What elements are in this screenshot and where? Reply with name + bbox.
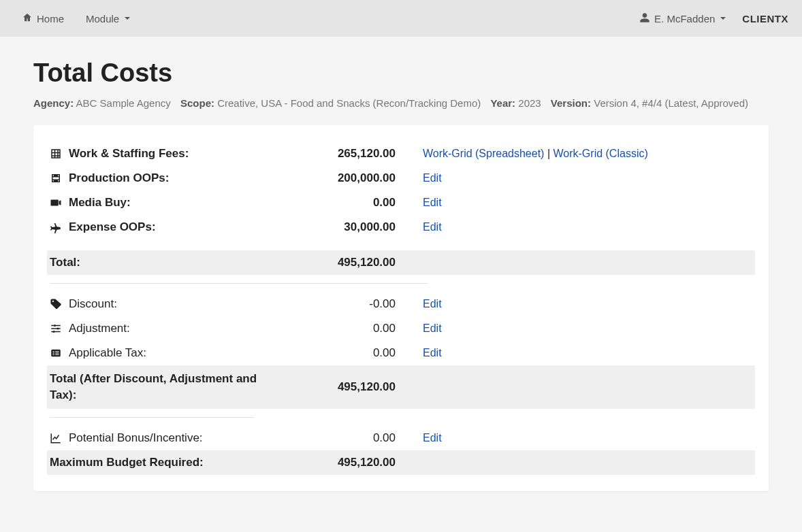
media-buy-value: 0.00 [287,196,423,210]
nav-user-label: E. McFadden [654,13,715,24]
row-adjustment: Adjustment: 0.00 Edit [50,316,752,341]
row-production-oops: Production OOPs: 200,000.00 Edit [50,166,752,190]
adjustment-edit-link[interactable]: Edit [423,322,442,334]
work-staffing-value: 265,120.00 [287,147,423,161]
main-container: Total Costs Agency: ABC Sample Agency Sc… [20,37,782,513]
media-buy-label: Media Buy: [69,196,287,210]
row-expense-oops: Expense OOPs: 30,000.00 Edit [50,215,752,239]
meta-scope-value: Creative, USA - Food and Snacks (Recon/T… [217,97,481,109]
total-after-value: 495,120.00 [287,380,423,394]
user-icon [639,12,650,25]
applicable-tax-value: 0.00 [287,346,423,360]
tag-icon [50,298,69,310]
plane-icon [50,221,69,233]
total-value: 495,120.00 [287,256,423,269]
chevron-down-icon [720,17,726,20]
meta-year-value: 2023 [518,97,541,109]
chevron-down-icon [125,17,130,20]
list-icon [50,347,69,359]
meta-agency-label: Agency: [33,97,74,109]
separator: | [547,148,554,159]
row-applicable-tax: Applicable Tax: 0.00 Edit [50,341,752,365]
meta-agency-value: ABC Sample Agency [76,97,171,109]
potential-bonus-label: Potential Bonus/Incentive: [69,431,287,445]
media-buy-edit-link[interactable]: Edit [423,197,442,208]
meta-year-label: Year: [490,97,515,109]
potential-bonus-edit-link[interactable]: Edit [423,432,442,444]
production-oops-value: 200,000.00 [287,171,423,185]
costs-card: Work & Staffing Fees: 265,120.00 Work-Gr… [33,125,769,491]
row-max-budget: Maximum Budget Required: 495,120.00 [47,450,755,475]
divider [50,417,254,418]
discount-label: Discount: [69,297,287,311]
adjustment-label: Adjustment: [69,322,287,335]
potential-bonus-value: 0.00 [287,431,423,445]
max-budget-label: Maximum Budget Required: [50,456,287,469]
discount-edit-link[interactable]: Edit [423,298,442,310]
nav-home[interactable]: Home [14,7,72,31]
nav-module[interactable]: Module [78,7,138,30]
svg-point-2 [53,331,55,333]
grid-icon [50,148,69,160]
svg-point-1 [57,328,59,330]
work-grid-classic-link[interactable]: Work-Grid (Classic) [554,148,648,159]
nav-home-label: Home [37,13,64,24]
meta-version-label: Version: [551,97,591,109]
row-total: Total: 495,120.00 [47,250,755,275]
work-staffing-label: Work & Staffing Fees: [69,147,287,161]
work-staffing-actions: Work-Grid (Spreadsheet) | Work-Grid (Cla… [423,148,752,160]
meta-line: Agency: ABC Sample Agency Scope: Creativ… [33,97,769,109]
total-label: Total: [50,256,287,269]
discount-value: -0.00 [287,297,423,311]
page-title: Total Costs [33,59,769,88]
row-discount: Discount: -0.00 Edit [50,292,752,316]
home-icon [22,12,33,25]
divider [50,283,428,284]
chart-line-icon [50,432,69,444]
nav-module-label: Module [86,13,119,24]
svg-point-0 [54,325,56,327]
expense-oops-label: Expense OOPs: [69,220,287,234]
total-after-label: Total (After Discount, Adjustment and Ta… [50,371,287,403]
applicable-tax-edit-link[interactable]: Edit [423,347,442,359]
nav-user[interactable]: E. McFadden [639,12,726,25]
expense-oops-value: 30,000.00 [287,220,423,234]
row-media-buy: Media Buy: 0.00 Edit [50,190,752,215]
applicable-tax-label: Applicable Tax: [69,346,287,360]
work-grid-spreadsheet-link[interactable]: Work-Grid (Spreadsheet) [423,148,544,159]
production-oops-edit-link[interactable]: Edit [423,172,442,184]
adjustment-value: 0.00 [287,322,423,335]
navbar-left: Home Module [14,7,138,31]
navbar: Home Module E. McFadden CLIENTX [0,0,802,37]
meta-scope-label: Scope: [180,97,214,109]
nav-brand: CLIENTX [742,13,788,24]
max-budget-value: 495,120.00 [287,456,423,469]
navbar-right: E. McFadden CLIENTX [639,12,788,25]
row-potential-bonus: Potential Bonus/Incentive: 0.00 Edit [50,426,752,450]
sliders-icon [50,322,69,335]
row-work-staffing: Work & Staffing Fees: 265,120.00 Work-Gr… [50,142,752,166]
row-total-after: Total (After Discount, Adjustment and Ta… [47,365,755,409]
expense-oops-edit-link[interactable]: Edit [423,221,442,233]
production-oops-label: Production OOPs: [69,171,287,185]
meta-version-value: Version 4, #4/4 (Latest, Approved) [594,97,748,109]
video-icon [50,197,69,209]
film-icon [50,172,69,184]
